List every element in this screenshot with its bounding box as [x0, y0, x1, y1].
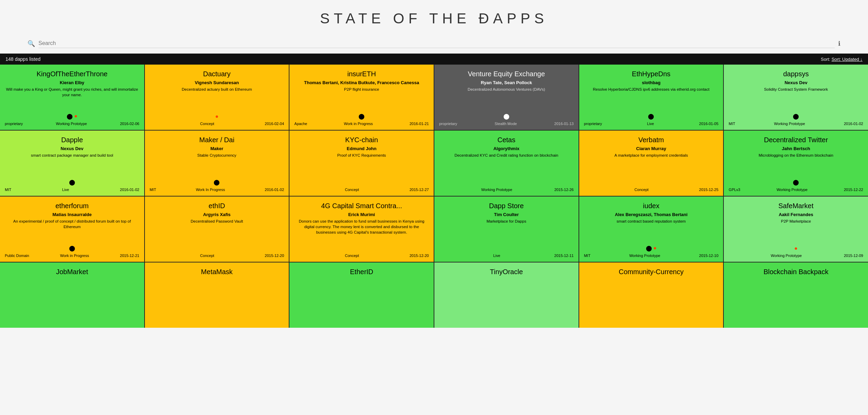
card-1[interactable]: Dactuary Vignesh Sundaresan Decentralize…	[145, 65, 289, 130]
card-desc: smart contract based reputation system	[584, 218, 719, 242]
card-author: Nexus Dev	[5, 146, 139, 151]
reddit-icon: ●	[653, 245, 657, 251]
search-input[interactable]	[38, 39, 835, 48]
card-22[interactable]: Community-Currency	[579, 262, 723, 328]
card-license-area: Public Domain	[5, 254, 29, 258]
card-author: Algorythmix	[439, 146, 574, 151]
card-author: Ciaran Murray	[584, 146, 719, 151]
card-title: Blockchain Backpack	[729, 268, 863, 276]
card-desc: Microblogging on the Ethereum blockchain	[729, 153, 863, 176]
card-title: insurETH	[294, 70, 429, 78]
card-desc: Decentralized actuary built on Ethereum	[150, 87, 284, 111]
card-icons: ●	[150, 113, 284, 120]
card-date: 2016-01-02	[844, 122, 863, 126]
card-21[interactable]: TinyOracle	[434, 262, 579, 328]
card-date: 2016-01-05	[699, 122, 718, 126]
card-footer: MIT Working Prototype 2016-01-02	[729, 122, 863, 126]
card-title: EthHypeDns	[584, 70, 719, 78]
info-icon[interactable]: ℹ	[838, 40, 841, 47]
card-author: Matias Insaurralde	[5, 212, 139, 217]
card-title: JobMarket	[5, 268, 139, 276]
card-desc: smart contract package manager and build…	[5, 153, 139, 176]
card-icons: ⬤	[150, 179, 284, 186]
card-9[interactable]: Cetas Algorythmix Decentralized KYC and …	[434, 131, 579, 196]
card-icons: ⬤	[294, 113, 429, 120]
card-7[interactable]: Maker / Dai Maker Stable Cryptocurrency …	[145, 131, 289, 196]
card-footer: Public Domain Work in Progress 2015-12-2…	[5, 254, 139, 258]
card-4[interactable]: EthHypeDns slothbag Resolve Hyperboria/C…	[579, 65, 723, 130]
card-12[interactable]: etherforum Matias Insaurralde An experim…	[0, 197, 144, 262]
card-footer: proprietary Live 2016-01-05	[584, 122, 719, 126]
card-status: Working Prototype	[481, 188, 512, 192]
card-date: 2016-01-02	[265, 188, 284, 192]
card-status: Working Prototype	[774, 122, 805, 126]
card-license: Public Domain	[5, 254, 29, 258]
card-11[interactable]: Decentralized Twitter Jahn Bertsch Micro…	[724, 131, 868, 196]
card-13[interactable]: ethID Argyris Xafis Decentralised Passwo…	[145, 197, 289, 262]
dapp-grid: KingOfTheEtherThrone Kieran Elby Will ma…	[0, 65, 868, 328]
card-author: Ryan Tate, Sean Pollock	[439, 80, 574, 85]
card-license: proprietary	[439, 122, 457, 126]
card-title: Dapple	[5, 136, 139, 144]
card-license: MIT	[729, 122, 735, 126]
card-desc: Proof of KYC Requirements	[294, 153, 429, 185]
card-2[interactable]: insurETH Thomas Bertani, Kristina Butkut…	[289, 65, 434, 130]
card-8[interactable]: KYC-chain Edmund John Proof of KYC Requi…	[289, 131, 434, 196]
card-desc: A marketplace for employment credentials	[584, 153, 719, 185]
card-license: Apache	[294, 122, 307, 126]
card-desc: Decentralized Autonomous Ventures (DAVs)	[439, 87, 574, 110]
card-license-area: proprietary	[584, 122, 602, 126]
card-16[interactable]: iudex Alex Beregszaszi, Thomas Bertani s…	[579, 197, 723, 262]
card-author: slothbag	[584, 80, 719, 85]
card-footer: Working Prototype 2015-12-26	[439, 188, 574, 192]
card-date: 2015-12-26	[554, 188, 573, 192]
card-title: KYC-chain	[294, 136, 429, 144]
card-desc: Decentralised Password Vault	[150, 218, 284, 251]
card-0[interactable]: KingOfTheEtherThrone Kieran Elby Will ma…	[0, 65, 144, 130]
card-status: Concept	[345, 188, 359, 192]
reddit-icon: ●	[74, 113, 78, 120]
card-title: iudex	[584, 202, 719, 210]
card-title: etherforum	[5, 202, 139, 210]
card-footer: Live 2015-12-11	[439, 254, 574, 258]
github-icon: ⬤	[67, 113, 73, 120]
card-status: Live	[493, 254, 500, 258]
github-icon: ⬤	[503, 113, 510, 120]
card-license-area: MIT	[5, 188, 11, 192]
page-header: STATE OF THE ÐAPPS	[0, 0, 868, 34]
card-17[interactable]: SafeMarket Aakil Fernandes P2P Marketpla…	[724, 197, 868, 262]
card-license-area: MIT	[729, 122, 735, 126]
card-status: Live	[62, 188, 69, 192]
card-title: Verbatm	[584, 136, 719, 144]
card-icons: ●	[729, 245, 863, 251]
card-20[interactable]: EtherID	[289, 262, 434, 328]
card-status: Work in Progress	[60, 254, 89, 258]
card-18[interactable]: JobMarket	[0, 262, 144, 328]
card-icons: ⬤●	[584, 245, 719, 251]
card-author: Nexus Dev	[729, 80, 863, 85]
github-icon: ⬤	[648, 113, 654, 120]
card-6[interactable]: Dapple Nexus Dev smart contract package …	[0, 131, 144, 196]
card-title: Maker / Dai	[150, 136, 284, 144]
card-author: Aakil Fernandes	[729, 212, 863, 217]
card-14[interactable]: 4G Capital Smart Contra... Erick Murimi …	[289, 197, 434, 262]
sort-label[interactable]: Sort: Sort: Updated ↓	[821, 57, 863, 62]
card-23[interactable]: Blockchain Backpack	[724, 262, 868, 328]
card-19[interactable]: MetaMask	[145, 262, 289, 328]
card-date: 2016-02-04	[265, 122, 284, 126]
card-license-area: MIT	[150, 188, 156, 192]
card-license: MIT	[584, 254, 591, 258]
card-10[interactable]: Verbatm Ciaran Murray A marketplace for …	[579, 131, 723, 196]
card-desc: An experimental / proof of concept / dis…	[5, 218, 139, 242]
github-icon: ⬤	[646, 245, 652, 251]
card-date: 2016-01-02	[120, 188, 139, 192]
card-15[interactable]: Dapp Store Tim Coulter Marketplace for D…	[434, 197, 579, 262]
github-icon: ⬤	[214, 179, 220, 186]
card-license-area: GPLv3	[729, 188, 740, 192]
dapp-count-label: 148 dapps listed	[5, 56, 41, 62]
card-date: 2015-12-22	[844, 188, 863, 192]
card-3[interactable]: Venture Equity Exchange Ryan Tate, Sean …	[434, 65, 579, 130]
card-license: MIT	[5, 188, 11, 192]
card-5[interactable]: dappsys Nexus Dev Solidity Contract Syst…	[724, 65, 868, 130]
card-author: Alex Beregszaszi, Thomas Bertani	[584, 212, 719, 217]
